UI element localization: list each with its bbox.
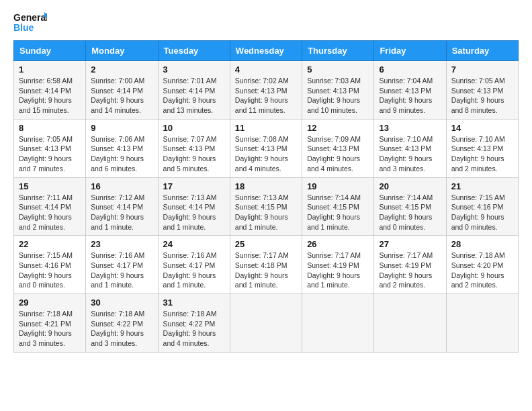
svg-text:General: General — [13, 12, 47, 23]
day-number: 30 — [91, 298, 152, 308]
calendar-table: SundayMondayTuesdayWednesdayThursdayFrid… — [13, 40, 519, 353]
day-number: 13 — [379, 123, 441, 133]
day-number: 22 — [19, 239, 81, 249]
day-number: 21 — [451, 181, 513, 191]
day-number: 9 — [91, 123, 152, 133]
day-info: Sunrise: 7:18 AM Sunset: 4:20 PM Dayligh… — [451, 251, 505, 289]
day-number: 2 — [91, 64, 152, 75]
day-cell-9: 9 Sunrise: 7:06 AM Sunset: 4:13 PM Dayli… — [86, 119, 158, 177]
day-info: Sunrise: 7:11 AM Sunset: 4:14 PM Dayligh… — [19, 193, 73, 231]
day-info: Sunrise: 7:08 AM Sunset: 4:13 PM Dayligh… — [235, 135, 289, 173]
day-cell-21: 21 Sunrise: 7:15 AM Sunset: 4:16 PM Dayl… — [446, 177, 518, 236]
day-info: Sunrise: 7:02 AM Sunset: 4:13 PM Dayligh… — [235, 77, 289, 114]
day-info: Sunrise: 7:17 AM Sunset: 4:19 PM Dayligh… — [379, 251, 433, 289]
day-number: 4 — [235, 64, 297, 75]
day-number: 10 — [163, 123, 225, 133]
day-cell-4: 4 Sunrise: 7:02 AM Sunset: 4:13 PM Dayli… — [230, 61, 302, 120]
day-cell-22: 22 Sunrise: 7:15 AM Sunset: 4:16 PM Dayl… — [14, 236, 86, 294]
day-cell-10: 10 Sunrise: 7:07 AM Sunset: 4:13 PM Dayl… — [158, 119, 230, 177]
day-info: Sunrise: 6:58 AM Sunset: 4:14 PM Dayligh… — [19, 77, 73, 114]
day-cell-6: 6 Sunrise: 7:04 AM Sunset: 4:13 PM Dayli… — [374, 61, 446, 120]
svg-text:Blue: Blue — [13, 22, 34, 33]
day-cell-23: 23 Sunrise: 7:16 AM Sunset: 4:17 PM Dayl… — [86, 236, 158, 294]
day-number: 3 — [163, 64, 225, 75]
day-number: 29 — [19, 298, 81, 308]
day-cell-19: 19 Sunrise: 7:14 AM Sunset: 4:15 PM Dayl… — [302, 177, 374, 236]
week-row-4: 22 Sunrise: 7:15 AM Sunset: 4:16 PM Dayl… — [14, 236, 519, 294]
header-tuesday: Tuesday — [158, 41, 230, 61]
day-cell-20: 20 Sunrise: 7:14 AM Sunset: 4:15 PM Dayl… — [374, 177, 446, 236]
header-saturday: Saturday — [446, 41, 518, 61]
empty-cell-4-4 — [302, 294, 374, 353]
day-number: 28 — [451, 239, 513, 249]
day-cell-12: 12 Sunrise: 7:09 AM Sunset: 4:13 PM Dayl… — [302, 119, 374, 177]
day-info: Sunrise: 7:03 AM Sunset: 4:13 PM Dayligh… — [307, 77, 361, 114]
day-info: Sunrise: 7:17 AM Sunset: 4:18 PM Dayligh… — [235, 251, 289, 289]
day-info: Sunrise: 7:05 AM Sunset: 4:13 PM Dayligh… — [19, 135, 73, 173]
week-row-5: 29 Sunrise: 7:18 AM Sunset: 4:21 PM Dayl… — [14, 294, 519, 353]
day-cell-17: 17 Sunrise: 7:13 AM Sunset: 4:14 PM Dayl… — [158, 177, 230, 236]
day-number: 25 — [235, 239, 297, 249]
day-cell-29: 29 Sunrise: 7:18 AM Sunset: 4:21 PM Dayl… — [14, 294, 86, 353]
day-info: Sunrise: 7:18 AM Sunset: 4:22 PM Dayligh… — [163, 310, 217, 347]
empty-cell-4-5 — [374, 294, 446, 353]
day-info: Sunrise: 7:18 AM Sunset: 4:21 PM Dayligh… — [19, 310, 73, 347]
day-info: Sunrise: 7:10 AM Sunset: 4:13 PM Dayligh… — [451, 135, 505, 173]
day-info: Sunrise: 7:15 AM Sunset: 4:16 PM Dayligh… — [19, 251, 73, 289]
day-number: 16 — [91, 181, 152, 191]
page-header: General Blue — [13, 11, 519, 35]
day-info: Sunrise: 7:09 AM Sunset: 4:13 PM Dayligh… — [307, 135, 361, 173]
day-cell-16: 16 Sunrise: 7:12 AM Sunset: 4:14 PM Dayl… — [86, 177, 158, 236]
day-info: Sunrise: 7:14 AM Sunset: 4:15 PM Dayligh… — [307, 193, 361, 231]
logo: General Blue — [13, 11, 47, 35]
day-number: 24 — [163, 239, 225, 249]
day-cell-18: 18 Sunrise: 7:13 AM Sunset: 4:15 PM Dayl… — [230, 177, 302, 236]
day-number: 7 — [451, 64, 513, 75]
day-cell-7: 7 Sunrise: 7:05 AM Sunset: 4:13 PM Dayli… — [446, 61, 518, 120]
day-info: Sunrise: 7:14 AM Sunset: 4:15 PM Dayligh… — [379, 193, 433, 231]
day-info: Sunrise: 7:05 AM Sunset: 4:13 PM Dayligh… — [451, 77, 505, 114]
day-info: Sunrise: 7:01 AM Sunset: 4:14 PM Dayligh… — [163, 77, 217, 114]
empty-cell-4-6 — [446, 294, 518, 353]
day-number: 8 — [19, 123, 81, 133]
day-info: Sunrise: 7:16 AM Sunset: 4:17 PM Dayligh… — [91, 251, 144, 289]
day-cell-26: 26 Sunrise: 7:17 AM Sunset: 4:19 PM Dayl… — [302, 236, 374, 294]
week-row-1: 1 Sunrise: 6:58 AM Sunset: 4:14 PM Dayli… — [14, 61, 519, 120]
day-cell-11: 11 Sunrise: 7:08 AM Sunset: 4:13 PM Dayl… — [230, 119, 302, 177]
day-number: 5 — [307, 64, 369, 75]
day-number: 20 — [379, 181, 441, 191]
day-info: Sunrise: 7:04 AM Sunset: 4:13 PM Dayligh… — [379, 77, 433, 114]
week-row-3: 15 Sunrise: 7:11 AM Sunset: 4:14 PM Dayl… — [14, 177, 519, 236]
day-cell-5: 5 Sunrise: 7:03 AM Sunset: 4:13 PM Dayli… — [302, 61, 374, 120]
day-info: Sunrise: 7:06 AM Sunset: 4:13 PM Dayligh… — [91, 135, 144, 173]
logo-icon: General Blue — [13, 11, 47, 35]
day-cell-2: 2 Sunrise: 7:00 AM Sunset: 4:14 PM Dayli… — [86, 61, 158, 120]
day-cell-8: 8 Sunrise: 7:05 AM Sunset: 4:13 PM Dayli… — [14, 119, 86, 177]
day-cell-31: 31 Sunrise: 7:18 AM Sunset: 4:22 PM Dayl… — [158, 294, 230, 353]
header-monday: Monday — [86, 41, 158, 61]
day-info: Sunrise: 7:13 AM Sunset: 4:14 PM Dayligh… — [163, 193, 217, 231]
day-cell-15: 15 Sunrise: 7:11 AM Sunset: 4:14 PM Dayl… — [14, 177, 86, 236]
day-info: Sunrise: 7:10 AM Sunset: 4:13 PM Dayligh… — [379, 135, 433, 173]
day-cell-14: 14 Sunrise: 7:10 AM Sunset: 4:13 PM Dayl… — [446, 119, 518, 177]
header-thursday: Thursday — [302, 41, 374, 61]
calendar-header: SundayMondayTuesdayWednesdayThursdayFrid… — [14, 41, 519, 61]
day-info: Sunrise: 7:15 AM Sunset: 4:16 PM Dayligh… — [451, 193, 505, 231]
day-cell-28: 28 Sunrise: 7:18 AM Sunset: 4:20 PM Dayl… — [446, 236, 518, 294]
day-number: 15 — [19, 181, 81, 191]
calendar-body: 1 Sunrise: 6:58 AM Sunset: 4:14 PM Dayli… — [14, 61, 519, 353]
day-number: 26 — [307, 239, 369, 249]
day-cell-30: 30 Sunrise: 7:18 AM Sunset: 4:22 PM Dayl… — [86, 294, 158, 353]
day-number: 31 — [163, 298, 225, 308]
day-number: 6 — [379, 64, 441, 75]
day-number: 1 — [19, 64, 81, 75]
header-sunday: Sunday — [14, 41, 86, 61]
day-number: 19 — [307, 181, 369, 191]
day-cell-13: 13 Sunrise: 7:10 AM Sunset: 4:13 PM Dayl… — [374, 119, 446, 177]
day-number: 23 — [91, 239, 152, 249]
day-number: 12 — [307, 123, 369, 133]
header-friday: Friday — [374, 41, 446, 61]
day-cell-25: 25 Sunrise: 7:17 AM Sunset: 4:18 PM Dayl… — [230, 236, 302, 294]
day-cell-3: 3 Sunrise: 7:01 AM Sunset: 4:14 PM Dayli… — [158, 61, 230, 120]
day-cell-1: 1 Sunrise: 6:58 AM Sunset: 4:14 PM Dayli… — [14, 61, 86, 120]
